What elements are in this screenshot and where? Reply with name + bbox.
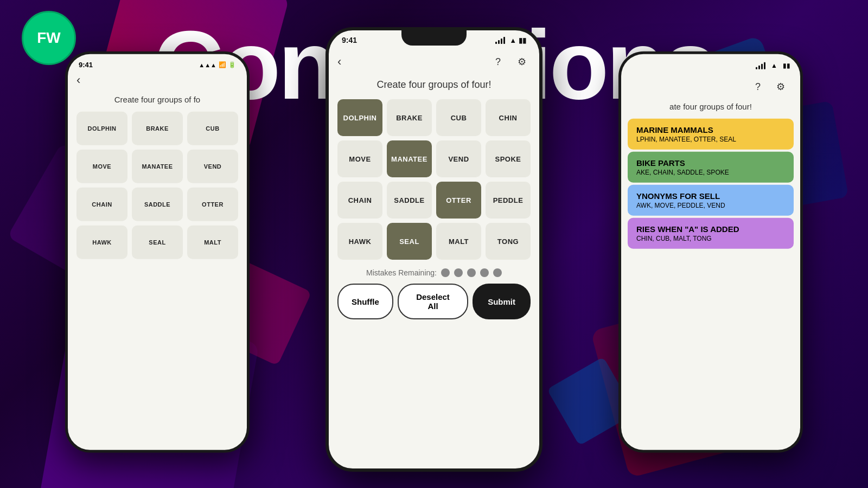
result-tile-entries: RIES WHEN "A" IS ADDED CHIN, CUB, MALT, … — [628, 218, 794, 249]
list-item[interactable]: MALT — [187, 226, 238, 259]
mistake-dot-1 — [441, 268, 450, 277]
result-title-3: YNONYMS FOR SELL — [636, 191, 785, 201]
phone-left: 9:41 ▲▲▲ 📶 🔋 ‹ Create four groups of fo … — [65, 52, 250, 453]
table-row[interactable]: CHAIN — [337, 182, 382, 219]
list-item[interactable]: VEND — [187, 150, 238, 183]
right-status-bar: ▲ ▮▮ — [621, 54, 800, 69]
table-row[interactable]: TONG — [486, 223, 531, 260]
table-row[interactable]: SEAL — [387, 223, 432, 260]
table-row[interactable]: CUB — [436, 99, 481, 136]
right-wifi-icon: ▲ — [771, 62, 777, 69]
nav-icons: ? ⚙ — [489, 53, 531, 70]
table-row[interactable]: BRAKE — [387, 99, 432, 136]
left-nav: ‹ — [68, 69, 247, 92]
phone-main-content: ‹ ? ⚙ Create four groups of four! DOLPHI… — [329, 49, 539, 319]
word-grid: DOLPHIN BRAKE CUB CHIN MOVE MANATEE VEND… — [337, 99, 531, 260]
mistake-dot-2 — [454, 268, 463, 277]
table-row[interactable]: HAWK — [337, 223, 382, 260]
list-item[interactable]: CHAIN — [76, 188, 127, 221]
phone-nav: ‹ ? ⚙ — [337, 49, 531, 75]
list-item[interactable]: OTTER — [187, 188, 238, 221]
table-row[interactable]: DOLPHIN — [337, 99, 382, 136]
deselect-all-button[interactable]: Deselect All — [398, 284, 468, 319]
list-item[interactable]: SEAL — [132, 226, 183, 259]
fw-logo-text: FW — [37, 29, 61, 47]
right-help-button[interactable]: ? — [749, 78, 767, 95]
result-tile-synonyms: YNONYMS FOR SELL AWK, MOVE, PEDDLE, VEND — [628, 185, 794, 216]
time-display: 9:41 — [342, 36, 357, 44]
back-button[interactable]: ‹ — [337, 55, 341, 69]
table-row[interactable]: MANATEE — [387, 140, 432, 177]
right-game-title: ate four groups of four! — [621, 100, 800, 117]
fw-logo[interactable]: FW — [22, 11, 76, 65]
left-word-grid: DOLPHIN BRAKE CUB MOVE MANATEE VEND CHAI… — [68, 107, 247, 264]
right-battery-icon: ▮▮ — [783, 62, 790, 69]
table-row[interactable]: MOVE — [337, 140, 382, 177]
list-item[interactable]: DOLPHIN — [76, 112, 127, 145]
settings-button[interactable]: ⚙ — [513, 53, 531, 70]
result-title-4: RIES WHEN "A" IS ADDED — [636, 224, 785, 234]
mistake-dot-3 — [467, 268, 476, 277]
result-title-2: BIKE PARTS — [636, 158, 785, 168]
left-status-bar: 9:41 ▲▲▲ 📶 🔋 — [68, 54, 247, 69]
phone-right: ▲ ▮▮ ? ⚙ ate four groups of four! MARINE… — [618, 52, 803, 453]
list-item[interactable]: MOVE — [76, 150, 127, 183]
signal-icon — [495, 36, 505, 44]
list-item[interactable]: SADDLE — [132, 188, 183, 221]
result-tile-bike-parts: BIKE PARTS AKE, CHAIN, SADDLE, SPOKE — [628, 152, 794, 183]
table-row[interactable]: OTTER — [436, 182, 481, 219]
status-icons: ▲ ▮▮ — [495, 36, 526, 44]
right-signal-icon — [756, 62, 765, 69]
list-item[interactable]: MANATEE — [132, 150, 183, 183]
phone-notch — [401, 30, 467, 46]
left-back-button[interactable]: ‹ — [76, 73, 80, 87]
mistake-dot-5 — [493, 268, 502, 277]
result-words-1: LPHIN, MANATEE, OTTER, SEAL — [636, 136, 785, 143]
action-buttons: Shuffle Deselect All Submit — [337, 284, 531, 319]
left-time: 9:41 — [79, 61, 93, 69]
submit-button[interactable]: Submit — [473, 284, 531, 319]
result-words-2: AKE, CHAIN, SADDLE, SPOKE — [636, 169, 785, 176]
right-nav-icons: ? ⚙ — [749, 78, 789, 95]
table-row[interactable]: SPOKE — [486, 140, 531, 177]
phones-container: 9:41 ▲▲▲ 📶 🔋 ‹ Create four groups of fo … — [0, 0, 868, 488]
right-nav: ? ⚙ — [621, 69, 800, 100]
result-title-1: MARINE MAMMALS — [636, 125, 785, 134]
table-row[interactable]: MALT — [436, 223, 481, 260]
table-row[interactable]: PEDDLE — [486, 182, 531, 219]
list-item[interactable]: HAWK — [76, 226, 127, 259]
mistakes-label: Mistakes Remaining: — [366, 268, 437, 277]
table-row[interactable]: CHIN — [486, 99, 531, 136]
battery-icon: ▮▮ — [519, 36, 526, 44]
table-row[interactable]: SADDLE — [387, 182, 432, 219]
result-words-3: AWK, MOVE, PEDDLE, VEND — [636, 202, 785, 209]
result-words-4: CHIN, CUB, MALT, TONG — [636, 235, 785, 242]
shuffle-button[interactable]: Shuffle — [337, 284, 393, 319]
wifi-icon: ▲ — [509, 36, 516, 44]
list-item[interactable]: CUB — [187, 112, 238, 145]
right-settings-button[interactable]: ⚙ — [772, 78, 789, 95]
game-instruction: Create four groups of four! — [337, 79, 531, 91]
mistake-dot-4 — [480, 268, 489, 277]
phone-center: 9:41 ▲ ▮▮ ‹ ? — [326, 27, 542, 472]
list-item[interactable]: BRAKE — [132, 112, 183, 145]
left-game-title: Create four groups of fo — [68, 92, 247, 107]
table-row[interactable]: VEND — [436, 140, 481, 177]
mistakes-row: Mistakes Remaining: — [337, 268, 531, 277]
result-tile-marine-mammals: MARINE MAMMALS LPHIN, MANATEE, OTTER, SE… — [628, 119, 794, 150]
help-button[interactable]: ? — [489, 53, 507, 70]
left-status-icons: ▲▲▲ 📶 🔋 — [199, 61, 236, 69]
